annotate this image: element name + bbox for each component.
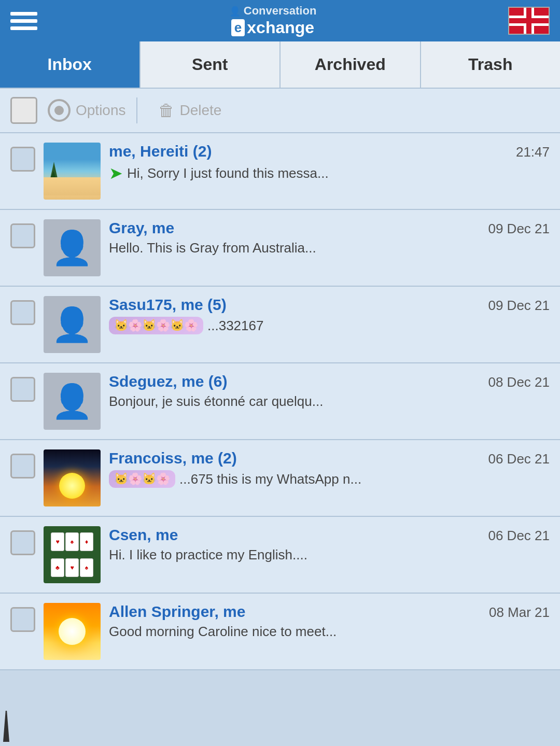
card-icon: ♠	[80, 558, 93, 577]
message-content: Gray, me 09 Dec 21 Hello. This is Gray f…	[109, 219, 550, 256]
message-sender: me, Hereiti (2)	[109, 143, 212, 160]
message-content: Francoiss, me (2) 06 Dec 21 🐱🌸🐱🌸 ...675 …	[109, 449, 550, 488]
message-list: me, Hereiti (2) 21:47 ➤ Hi, Sorry I just…	[0, 133, 560, 670]
gear-icon	[48, 99, 71, 122]
list-item[interactable]: Francoiss, me (2) 06 Dec 21 🐱🌸🐱🌸 ...675 …	[0, 440, 560, 517]
card-icon: ♠	[65, 532, 79, 551]
message-content: me, Hereiti (2) 21:47 ➤ Hi, Sorry I just…	[109, 143, 550, 183]
toolbar: Options 🗑 Delete	[0, 89, 560, 133]
list-item[interactable]: 👤 Gray, me 09 Dec 21 Hello. This is Gray…	[0, 210, 560, 287]
message-sender: Sasu175, me (5)	[109, 296, 227, 314]
message-preview: 🐱🌸🐱🌸 ...675 this is my WhatsApp n...	[109, 470, 550, 488]
list-item[interactable]: 👤 Sasu175, me (5) 09 Dec 21 🐱🌸🐱🌸🐱🌸 ...33…	[0, 287, 560, 363]
list-item[interactable]: ♥ ♠ ♦ ♣ ♥ ♠ Csen, me 06 Dec 21 Hi. I lik…	[0, 517, 560, 594]
message-content: Sdeguez, me (6) 08 Dec 21 Bonjour, je su…	[109, 373, 550, 410]
message-time: 06 Dec 21	[488, 528, 550, 544]
message-sender: Gray, me	[109, 219, 174, 237]
message-sender: Allen Springer, me	[109, 603, 245, 621]
message-time: 06 Dec 21	[488, 451, 550, 467]
message-time: 21:47	[516, 144, 550, 160]
list-item[interactable]: me, Hereiti (2) 21:47 ➤ Hi, Sorry I just…	[0, 133, 560, 210]
toolbar-divider	[136, 97, 137, 123]
message-time: 08 Dec 21	[488, 374, 550, 390]
message-content: Csen, me 06 Dec 21 Hi. I like to practic…	[109, 526, 550, 563]
message-sender: Sdeguez, me (6)	[109, 373, 227, 390]
card-icon: ♥	[51, 532, 64, 551]
select-all-checkbox[interactable]	[10, 97, 37, 124]
message-checkbox[interactable]	[10, 607, 35, 632]
message-checkbox[interactable]	[10, 300, 35, 325]
app-header: 👤 Conversation e xchange	[0, 0, 560, 41]
list-item[interactable]: 👤 Sdeguez, me (6) 08 Dec 21 Bonjour, je …	[0, 363, 560, 440]
message-time: 08 Mar 21	[489, 604, 550, 621]
options-button[interactable]: Options	[48, 99, 126, 122]
avatar	[44, 449, 101, 506]
message-sender: Csen, me	[109, 526, 178, 544]
delete-button[interactable]: 🗑 Delete	[158, 101, 222, 120]
uk-flag[interactable]	[508, 7, 550, 35]
message-time: 09 Dec 21	[488, 298, 550, 314]
message-checkbox[interactable]	[10, 147, 35, 172]
avatar: 👤	[44, 296, 101, 353]
card-icon: ♣	[51, 558, 64, 577]
avatar: 👤	[44, 219, 101, 276]
message-preview: ➤ Hi, Sorry I just found this messa...	[109, 163, 550, 183]
message-time: 09 Dec 21	[488, 221, 550, 237]
message-checkbox[interactable]	[10, 454, 35, 478]
tab-bar: Inbox Sent Archived Trash	[0, 41, 560, 89]
trash-icon: 🗑	[158, 101, 175, 120]
reply-arrow-icon: ➤	[109, 163, 123, 183]
message-preview: Bonjour, je suis étonné car quelqu...	[109, 393, 550, 410]
tab-trash[interactable]: Trash	[421, 41, 561, 88]
message-preview: Hello. This is Gray from Australia...	[109, 240, 550, 256]
avatar	[44, 143, 101, 200]
message-content: Sasu175, me (5) 09 Dec 21 🐱🌸🐱🌸🐱🌸 ...3321…	[109, 296, 550, 334]
message-checkbox[interactable]	[10, 223, 35, 248]
person-icon: 👤	[51, 382, 93, 421]
e-badge: e	[231, 19, 245, 36]
message-header: me, Hereiti (2) 21:47	[109, 143, 550, 160]
message-content: Allen Springer, me 08 Mar 21 Good mornin…	[109, 603, 550, 640]
message-preview: 🐱🌸🐱🌸🐱🌸 ...332167	[109, 317, 550, 334]
tab-sent[interactable]: Sent	[141, 41, 281, 88]
avatar: ♥ ♠ ♦ ♣ ♥ ♠	[44, 526, 101, 583]
tab-archived[interactable]: Archived	[281, 41, 421, 88]
person-icon: 👤	[51, 305, 93, 344]
avatar	[44, 603, 101, 660]
logo-exchange-row: e xchange	[231, 18, 314, 37]
message-preview: Hi. I like to practice my English....	[109, 547, 550, 563]
person-icon: 👤	[51, 229, 93, 268]
sticker-image: 🐱🌸🐱🌸	[109, 470, 175, 488]
app-logo: 👤 Conversation e xchange	[229, 4, 317, 38]
message-preview: Good morning Caroline nice to meet...	[109, 624, 550, 640]
logo-top-text: 👤 Conversation	[229, 4, 317, 18]
card-icon: ♥	[65, 558, 79, 577]
message-checkbox[interactable]	[10, 377, 35, 402]
sticker-image: 🐱🌸🐱🌸🐱🌸	[109, 317, 203, 334]
hamburger-menu[interactable]	[10, 12, 37, 30]
card-icon: ♦	[80, 532, 93, 551]
message-checkbox[interactable]	[10, 530, 35, 555]
list-item[interactable]: Allen Springer, me 08 Mar 21 Good mornin…	[0, 594, 560, 670]
tab-inbox[interactable]: Inbox	[0, 41, 141, 88]
avatar: 👤	[44, 373, 101, 430]
message-sender: Francoiss, me (2)	[109, 449, 237, 467]
